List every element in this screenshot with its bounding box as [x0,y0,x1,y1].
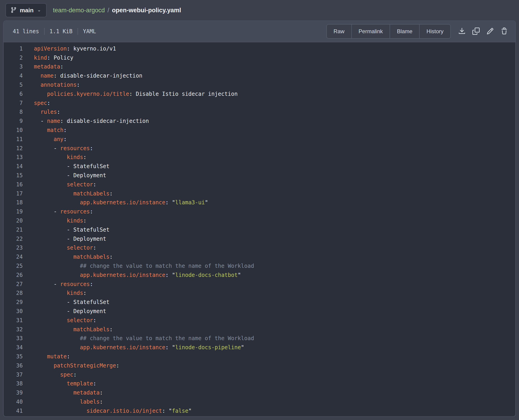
code-line-content: metadata: [23,390,103,396]
line-number[interactable]: 1 [4,45,23,52]
code-row: 20 kinds: [4,216,515,225]
code-row: 35 mutate: [4,352,515,361]
code-line-content: - resources: [23,145,93,151]
code-row: 2kind: Policy [4,53,515,62]
line-number[interactable]: 23 [4,245,23,251]
code-line-content: spec: [23,372,77,378]
line-number[interactable]: 13 [4,154,23,160]
code-row: 4 name: disable-sidecar-injection [4,71,515,80]
code-row: 7spec: [4,98,515,108]
download-button[interactable] [455,24,469,38]
line-number[interactable]: 8 [4,109,23,115]
branch-selector-button[interactable]: main [6,3,47,17]
line-number[interactable]: 20 [4,218,23,224]
code-row: 13 kinds: [4,153,515,162]
line-number[interactable]: 30 [4,308,23,315]
line-number[interactable]: 18 [4,199,23,206]
edit-button[interactable] [483,24,497,38]
code-row: 30 - Deployment [4,307,515,316]
file-action-button-group: Raw Permalink Blame History [326,24,451,39]
line-number[interactable]: 38 [4,380,23,387]
code-row: 24 matchLabels: [4,252,515,262]
copy-button[interactable] [469,24,483,38]
code-row: 17 matchLabels: [4,189,515,198]
line-number[interactable]: 11 [4,136,23,142]
breadcrumb-repo-link[interactable]: team-demo-argocd [53,7,105,14]
file-line-count: 41 lines [13,28,39,35]
history-button[interactable]: History [419,25,450,38]
line-number[interactable]: 31 [4,317,23,323]
line-number[interactable]: 21 [4,227,23,233]
file-language: YAML [83,28,96,35]
line-number[interactable]: 14 [4,163,23,170]
line-number[interactable]: 9 [4,118,23,124]
code-row: 14 - StatefulSet [4,162,515,171]
line-number[interactable]: 25 [4,263,23,269]
line-number[interactable]: 35 [4,353,23,360]
line-number[interactable]: 24 [4,254,23,260]
code-line-content: - Deployment [23,172,106,179]
line-number[interactable]: 29 [4,299,23,305]
branch-name: main [20,7,34,14]
line-number[interactable]: 4 [4,73,23,79]
line-number[interactable]: 5 [4,82,23,88]
line-number[interactable]: 37 [4,372,23,378]
code-line-content: selector: [23,317,96,323]
code-line-content: matchLabels: [23,254,113,260]
line-number[interactable]: 3 [4,63,23,70]
code-row: 25 ## change the value to match the name… [4,262,515,270]
code-line-content: ## change the value to match the name of… [23,335,254,342]
code-row: 12 - resources: [4,144,515,153]
blame-button[interactable]: Blame [390,25,419,38]
code-line-content: sidecar.istio.io/inject: "false" [23,408,192,414]
line-number[interactable]: 36 [4,362,23,369]
line-number[interactable]: 41 [4,408,23,414]
line-number[interactable]: 16 [4,181,23,188]
line-number[interactable]: 17 [4,190,23,197]
code-line-content: matchLabels: [23,326,113,333]
git-branch-icon [10,7,17,14]
line-number[interactable]: 22 [4,236,23,242]
permalink-button[interactable]: Permalink [351,25,390,38]
code-line-content: annotations: [23,82,80,88]
code-row: 6 policies.kyverno.io/title: Disable Ist… [4,90,515,98]
line-number[interactable]: 34 [4,344,23,351]
code-line-content: apiVersion: kyverno.io/v1 [23,45,116,52]
code-line-content: template: [23,380,96,387]
line-number[interactable]: 15 [4,172,23,179]
line-number[interactable]: 19 [4,208,23,215]
line-number[interactable]: 28 [4,290,23,296]
line-number[interactable]: 39 [4,390,23,396]
breadcrumb-filename: open-webui-policy.yaml [112,7,181,14]
code-line-content: kinds: [23,218,86,224]
trash-icon [501,28,508,36]
code-line-content: selector: [23,245,96,251]
code-line-content: policies.kyverno.io/title: Disable Istio… [23,91,238,97]
line-number[interactable]: 10 [4,127,23,133]
code-row: 9 - name: disable-sidecar-injection [4,116,515,126]
code-line-content: app.kubernetes.io/instance: "linode-docs… [23,272,241,278]
code-line-content: app.kubernetes.io/instance: "linode-docs… [23,344,244,351]
line-number[interactable]: 26 [4,272,23,278]
code-row: 38 template: [4,379,515,388]
code-row: 23 selector: [4,243,515,253]
line-number[interactable]: 2 [4,55,23,61]
raw-button[interactable]: Raw [327,25,351,38]
line-number[interactable]: 27 [4,281,23,287]
code-line-content: kinds: [23,290,86,296]
file-size: 1.1 KiB [50,28,73,35]
delete-button[interactable] [497,24,511,38]
code-line-content: selector: [23,181,96,188]
line-number[interactable]: 40 [4,399,23,405]
code-line-content: rules: [23,109,60,115]
code-line-content: - Deployment [23,308,106,315]
line-number[interactable]: 33 [4,335,23,342]
line-number[interactable]: 32 [4,326,23,333]
pencil-icon [487,28,494,36]
code-row: 32 matchLabels: [4,325,515,334]
line-number[interactable]: 6 [4,91,23,97]
top-bar: main team-demo-argocd / open-webui-polic… [0,0,519,21]
line-number[interactable]: 7 [4,100,23,106]
line-number[interactable]: 12 [4,145,23,151]
code-row: 40 labels: [4,397,515,406]
